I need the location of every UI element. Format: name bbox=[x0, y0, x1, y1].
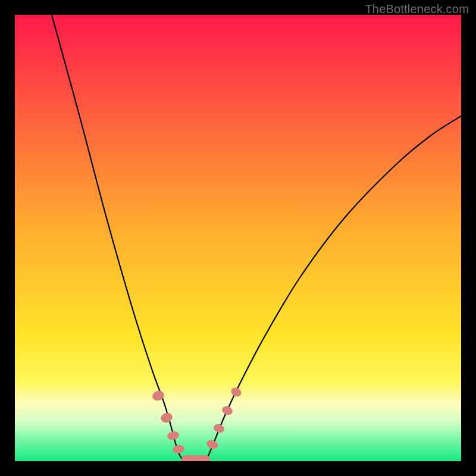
watermark-text: TheBottleneck.com bbox=[365, 2, 469, 16]
bottleneck-chart bbox=[15, 15, 461, 461]
base-marker bbox=[181, 455, 210, 461]
chart-frame bbox=[15, 15, 461, 461]
